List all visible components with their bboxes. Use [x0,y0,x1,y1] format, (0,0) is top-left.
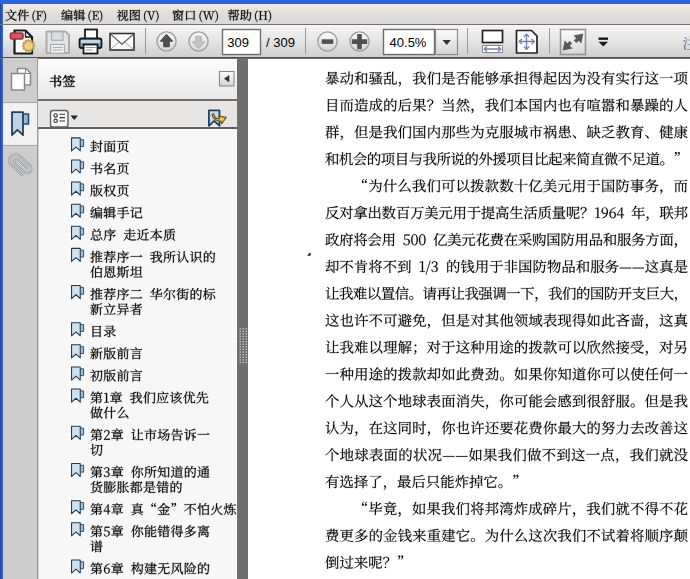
svg-text:309: 309 [227,35,249,50]
svg-text:40.5%: 40.5% [390,35,427,50]
svg-text:/ 309: / 309 [266,35,295,50]
